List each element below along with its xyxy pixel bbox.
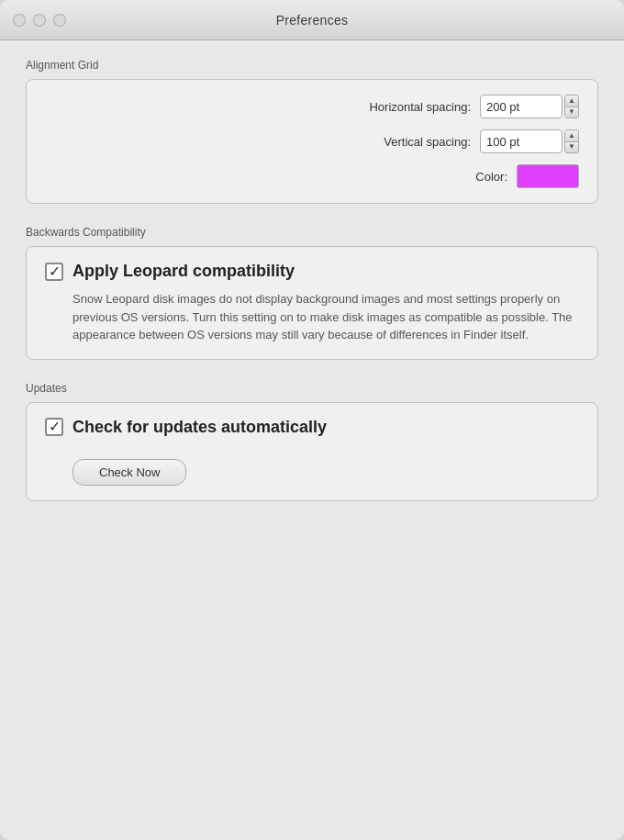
- leopard-compat-title: Apply Leopard compatibility: [72, 262, 295, 281]
- vertical-spacing-down[interactable]: ▼: [565, 141, 578, 153]
- alignment-grid-label: Alignment Grid: [26, 59, 598, 72]
- horizontal-spacing-down[interactable]: ▼: [565, 106, 578, 118]
- auto-update-checkbox[interactable]: ✓: [45, 418, 63, 436]
- leopard-compat-checkbox[interactable]: ✓: [45, 263, 63, 281]
- horizontal-spacing-up[interactable]: ▲: [565, 95, 578, 106]
- alignment-grid-box: Horizontal spacing: ▲ ▼ Vertical spacing…: [26, 79, 598, 204]
- horizontal-spinner-buttons: ▲ ▼: [564, 95, 579, 118]
- vertical-spacing-spinner: ▲ ▼: [480, 129, 579, 153]
- horizontal-spacing-row: Horizontal spacing: ▲ ▼: [45, 95, 579, 118]
- horizontal-spacing-label: Horizontal spacing:: [369, 100, 471, 114]
- checkmark-icon: ✓: [49, 264, 61, 279]
- updates-label: Updates: [26, 382, 598, 395]
- content-area: Alignment Grid Horizontal spacing: ▲ ▼ V…: [0, 40, 624, 840]
- vertical-spacing-up[interactable]: ▲: [565, 130, 578, 141]
- close-button[interactable]: [13, 14, 26, 27]
- check-now-button[interactable]: Check Now: [72, 459, 186, 486]
- color-row: Color:: [45, 164, 579, 188]
- auto-update-row: ✓ Check for updates automatically: [45, 418, 579, 437]
- color-swatch[interactable]: [517, 164, 579, 188]
- backwards-compat-box: ✓ Apply Leopard compatibility Snow Leopa…: [26, 246, 598, 360]
- backwards-compat-label: Backwards Compatibility: [26, 226, 598, 239]
- color-swatch-wrapper: [517, 164, 579, 188]
- vertical-spacing-label: Vertical spacing:: [384, 135, 471, 149]
- color-label: Color:: [475, 170, 507, 184]
- vertical-spacing-input[interactable]: [480, 129, 563, 153]
- horizontal-spacing-spinner: ▲ ▼: [480, 95, 579, 118]
- maximize-button[interactable]: [53, 14, 66, 27]
- leopard-compat-description: Snow Leopard disk images do not display …: [72, 290, 579, 344]
- preferences-window: Preferences Alignment Grid Horizontal sp…: [0, 0, 624, 840]
- window-title: Preferences: [276, 13, 349, 28]
- traffic-lights: [13, 14, 66, 27]
- updates-box: ✓ Check for updates automatically Check …: [26, 402, 598, 501]
- title-bar: Preferences: [0, 0, 624, 40]
- auto-update-checkmark-icon: ✓: [49, 420, 61, 434]
- minimize-button[interactable]: [33, 14, 46, 27]
- leopard-compat-row: ✓ Apply Leopard compatibility: [45, 262, 579, 281]
- vertical-spacing-row: Vertical spacing: ▲ ▼: [45, 129, 579, 153]
- horizontal-spacing-input[interactable]: [480, 95, 563, 118]
- vertical-spinner-buttons: ▲ ▼: [564, 129, 579, 153]
- auto-update-title: Check for updates automatically: [72, 418, 327, 437]
